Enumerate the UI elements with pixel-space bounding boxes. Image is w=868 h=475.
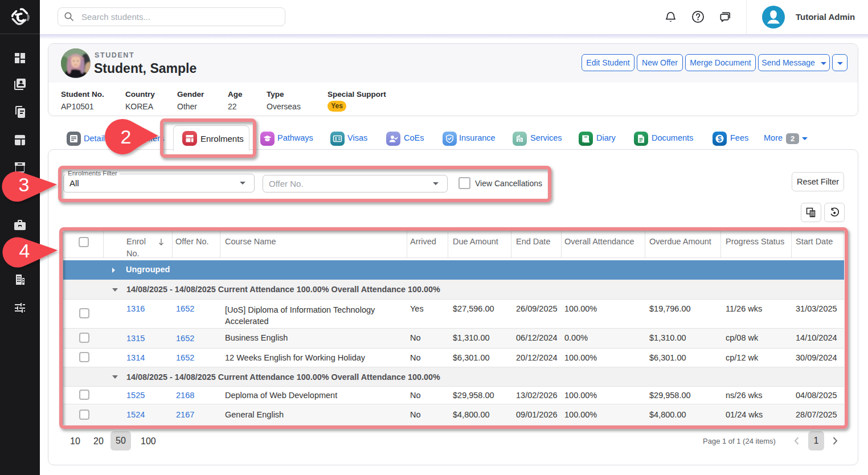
svg-text:2: 2	[121, 126, 132, 148]
svg-text:3: 3	[19, 174, 30, 195]
svg-text:4: 4	[19, 240, 30, 261]
